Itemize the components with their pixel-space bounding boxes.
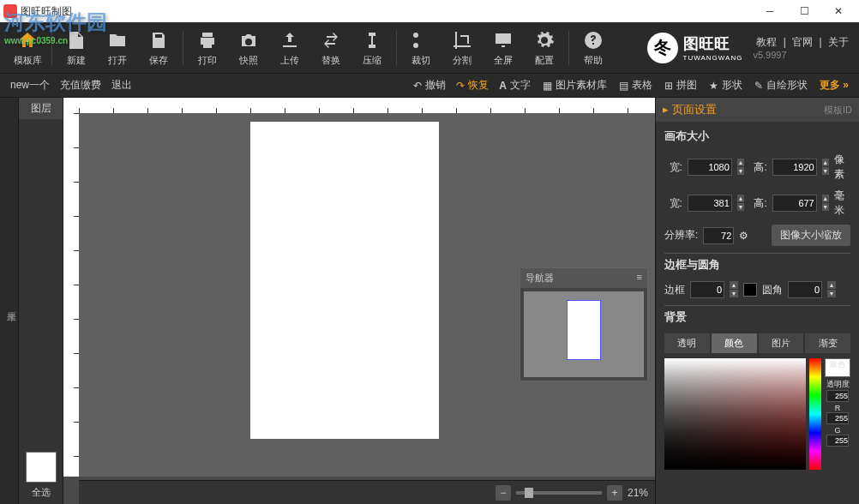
text-tool-button[interactable]: A 文字 <box>499 78 531 93</box>
spinner-up[interactable]: ▲ <box>737 195 744 202</box>
new-button[interactable]: 新建 <box>56 28 97 67</box>
border-input[interactable] <box>690 281 724 298</box>
spinner-down[interactable]: ▼ <box>822 203 829 211</box>
toolbar-separator <box>568 31 569 65</box>
material-label: 图片素材库 <box>556 78 607 93</box>
minimize-button[interactable]: ─ <box>753 0 787 22</box>
eyedropper-button[interactable]: 取色 <box>825 358 850 377</box>
gear-icon[interactable]: ⚙ <box>739 230 748 242</box>
tutorial-link[interactable]: 教程 <box>756 36 777 48</box>
color-picker-field[interactable] <box>664 358 806 470</box>
save-label: 保存 <box>149 54 168 67</box>
shape-button[interactable]: ★ 形状 <box>709 78 742 93</box>
spinner-up[interactable]: ▲ <box>827 281 836 289</box>
properties-panel: ▸页面设置 模板ID 画布大小 宽: ▲▼ 高: ▲▼ 像素 宽: ▲▼ 高: … <box>655 98 859 504</box>
save-button[interactable]: 保存 <box>138 28 179 67</box>
undo-button[interactable]: ↶ 撤销 <box>413 78 446 93</box>
logo-subtitle: TUWANGWANG <box>683 54 743 62</box>
close-button[interactable]: ✕ <box>821 0 856 22</box>
config-button[interactable]: 配置 <box>524 28 565 67</box>
crop-label: 裁切 <box>411 54 430 67</box>
zoom-in-button[interactable]: + <box>607 485 622 501</box>
height-px-input[interactable] <box>772 159 817 176</box>
new-one-link[interactable]: new一个 <box>10 78 50 93</box>
spinner-up[interactable]: ▲ <box>822 195 829 202</box>
layers-header: 图层 <box>19 98 63 119</box>
shape-label: 形状 <box>722 78 742 93</box>
spinner-up[interactable]: ▲ <box>822 159 829 166</box>
draw-shape-button[interactable]: ✎ 自绘形状 <box>754 78 808 93</box>
print-button[interactable]: 打印 <box>187 28 228 67</box>
zoom-out-button[interactable]: − <box>496 485 511 501</box>
recharge-link[interactable]: 充值缴费 <box>60 78 101 93</box>
help-button[interactable]: 帮助 <box>573 28 614 67</box>
spinner-up[interactable]: ▲ <box>737 159 744 166</box>
replace-icon <box>319 28 343 52</box>
more-button[interactable]: 更多 » <box>820 78 849 93</box>
zoom-slider[interactable] <box>516 491 602 495</box>
alpha-input[interactable] <box>826 390 849 402</box>
redo-button[interactable]: ↷ 恢复 <box>456 78 489 93</box>
upload-button[interactable]: 上传 <box>269 28 310 67</box>
version-label: v5.9997 <box>753 50 852 60</box>
g-input[interactable] <box>826 435 849 447</box>
zoom-slider-thumb[interactable] <box>525 488 533 498</box>
spinner-down[interactable]: ▼ <box>822 167 829 175</box>
navigator-panel[interactable]: 导航器≡ <box>520 267 648 381</box>
snapshot-button[interactable]: 快照 <box>228 28 269 67</box>
properties-header[interactable]: ▸页面设置 模板ID <box>656 98 859 122</box>
radius-input[interactable] <box>788 281 822 298</box>
canvas-viewport[interactable]: 导航器≡ <box>79 113 655 477</box>
exit-link[interactable]: 退出 <box>111 78 132 93</box>
bg-tab-color[interactable]: 颜色 <box>712 333 757 353</box>
layer-thumbnail[interactable] <box>26 452 57 483</box>
bg-tab-image[interactable]: 图片 <box>759 333 804 353</box>
vertical-ruler[interactable] <box>63 113 79 477</box>
puzzle-button[interactable]: ⊞ 拼图 <box>664 78 697 93</box>
image-scale-button[interactable]: 图像大小缩放 <box>772 225 850 246</box>
fullscreen-button[interactable]: 全屏 <box>483 28 524 67</box>
spinner-up[interactable]: ▲ <box>730 281 738 289</box>
navigator-preview[interactable] <box>524 291 644 377</box>
spinner-down[interactable]: ▼ <box>737 167 744 175</box>
maximize-button[interactable]: ☐ <box>787 0 821 22</box>
hue-slider[interactable] <box>809 358 821 470</box>
about-link[interactable]: 关于 <box>828 36 849 48</box>
bg-tab-gradient[interactable]: 渐变 <box>805 333 850 353</box>
canvas-page[interactable] <box>250 122 439 439</box>
spinner-down[interactable]: ▼ <box>827 290 836 297</box>
window-titlebar: 图旺旺制图 ─ ☐ ✕ <box>0 0 859 22</box>
print-label: 打印 <box>198 54 217 67</box>
open-button[interactable]: 打开 <box>97 28 138 67</box>
spinner-down[interactable]: ▼ <box>730 290 738 297</box>
width-mm-input[interactable] <box>688 195 732 212</box>
horizontal-ruler[interactable] <box>79 98 655 113</box>
crop-button[interactable]: 裁切 <box>400 28 442 67</box>
bg-tab-transparent[interactable]: 透明 <box>664 333 710 353</box>
compress-button[interactable]: 压缩 <box>351 28 393 67</box>
split-label: 分割 <box>453 54 472 67</box>
width-px-input[interactable] <box>688 159 732 176</box>
spinner-down[interactable]: ▼ <box>737 203 744 211</box>
select-all-button[interactable]: 全选 <box>32 486 51 499</box>
save-icon <box>147 28 171 52</box>
template-id-label: 模板ID <box>824 104 852 117</box>
ruler-corner <box>63 98 79 113</box>
border-label: 边框 <box>664 283 685 297</box>
border-color-swatch[interactable] <box>743 283 757 297</box>
upload-label: 上传 <box>280 54 299 67</box>
template-library-button[interactable]: 模板库 <box>7 28 48 67</box>
replace-button[interactable]: 替换 <box>310 28 351 67</box>
table-button[interactable]: ▤ 表格 <box>619 78 652 93</box>
r-input[interactable] <box>826 412 849 424</box>
page-settings-label: 页面设置 <box>672 103 717 116</box>
height-mm-input[interactable] <box>772 195 817 212</box>
navigator-toggle-icon[interactable]: ≡ <box>637 272 642 285</box>
height-label: 高: <box>749 160 767 175</box>
main-toolbar: 模板库 新建 打开 保存 打印 快照 上传 替换 压缩 裁切 分割 <box>0 22 859 74</box>
puzzle-label: 拼图 <box>676 78 697 93</box>
split-button[interactable]: 分割 <box>442 28 483 67</box>
material-library-button[interactable]: ▦ 图片素材库 <box>543 78 607 93</box>
dpi-input[interactable] <box>703 227 734 244</box>
official-site-link[interactable]: 官网 <box>792 36 813 48</box>
